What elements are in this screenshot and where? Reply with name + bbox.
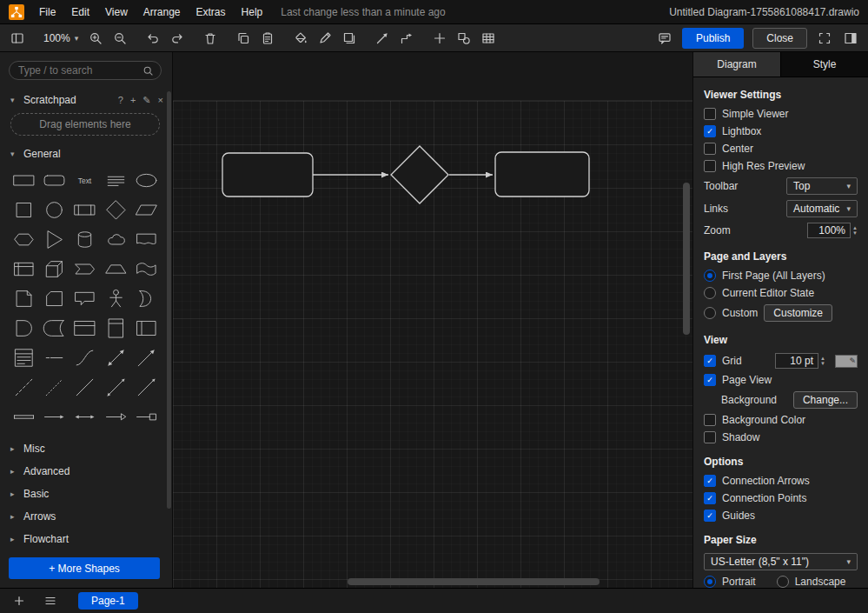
menu-file[interactable]: File bbox=[31, 3, 63, 21]
change-button[interactable]: Change... bbox=[793, 391, 858, 409]
insert-shape-icon[interactable] bbox=[455, 30, 473, 47]
shape-rectangle[interactable] bbox=[10, 167, 37, 194]
shape-and[interactable] bbox=[10, 315, 37, 342]
shape-labeled-edge[interactable] bbox=[133, 403, 160, 430]
shape-container[interactable] bbox=[71, 315, 98, 342]
shape-document[interactable] bbox=[133, 226, 160, 253]
tab-diagram[interactable]: Diagram bbox=[693, 52, 781, 77]
delete-icon[interactable] bbox=[202, 30, 219, 47]
zoom-dropdown[interactable]: 100%▾ bbox=[42, 30, 80, 46]
scratchpad-dropzone[interactable]: Drag elements here bbox=[10, 113, 160, 136]
comment-icon[interactable] bbox=[656, 30, 673, 47]
shape-horizontal-container[interactable] bbox=[133, 315, 160, 342]
shape-vertical-container[interactable] bbox=[103, 315, 129, 342]
view-panel-icon[interactable] bbox=[9, 30, 26, 47]
checkbox-guides[interactable] bbox=[704, 510, 716, 522]
menu-help[interactable]: Help bbox=[234, 3, 271, 21]
undo-icon[interactable] bbox=[144, 30, 162, 47]
line-color-icon[interactable] bbox=[316, 30, 334, 47]
shape-internal-storage[interactable] bbox=[10, 256, 37, 283]
add-page-icon[interactable] bbox=[10, 592, 28, 610]
grid-color-swatch[interactable]: ✎ bbox=[835, 355, 858, 368]
shape-arrow-edge[interactable] bbox=[103, 403, 129, 430]
vertical-scrollbar[interactable] bbox=[683, 183, 690, 335]
menu-extras[interactable]: Extras bbox=[189, 3, 234, 21]
shape-actor[interactable] bbox=[103, 285, 129, 312]
node-diamond-2[interactable] bbox=[391, 146, 448, 203]
shape-cloud[interactable] bbox=[103, 226, 129, 253]
publish-button[interactable]: Publish bbox=[682, 28, 744, 49]
shape-hexagon[interactable] bbox=[10, 226, 37, 253]
diagram-canvas[interactable] bbox=[173, 52, 692, 588]
shape-ellipse[interactable] bbox=[133, 167, 160, 194]
checkbox-grid[interactable] bbox=[704, 355, 716, 367]
shape-parallelogram[interactable] bbox=[133, 197, 160, 223]
paper-size-select[interactable]: US-Letter (8,5" x 11")▾ bbox=[704, 553, 858, 570]
toolbar-select[interactable]: Top▾ bbox=[786, 177, 858, 195]
section-basic[interactable]: ▸Basic bbox=[9, 483, 165, 505]
radio-current-editor-state[interactable] bbox=[704, 287, 716, 299]
shape-trapezoid[interactable] bbox=[103, 256, 129, 283]
checkbox-simple-viewer[interactable] bbox=[704, 108, 716, 120]
close-button[interactable]: Close bbox=[752, 28, 807, 49]
section-advanced[interactable]: ▸Advanced bbox=[9, 460, 165, 483]
shape-tape[interactable] bbox=[133, 256, 160, 283]
menu-edit[interactable]: Edit bbox=[63, 3, 97, 21]
drawio-logo-icon[interactable] bbox=[9, 4, 24, 20]
section-misc[interactable]: ▸Misc bbox=[9, 437, 165, 460]
sidebar-scrollbar[interactable] bbox=[167, 91, 171, 509]
node-rounded-rectangle-3[interactable] bbox=[495, 152, 589, 197]
more-shapes-button[interactable]: + More Shapes bbox=[9, 557, 160, 579]
shape-cube[interactable] bbox=[41, 256, 68, 283]
scratchpad-header[interactable]: ▾ Scratchpad ? + ✎ × bbox=[9, 89, 165, 111]
shape-callout[interactable] bbox=[71, 285, 98, 312]
fullscreen-icon[interactable] bbox=[816, 30, 833, 47]
checkbox-shadow[interactable] bbox=[704, 431, 716, 443]
shape-line[interactable] bbox=[71, 374, 98, 401]
shape-dotted-line[interactable] bbox=[41, 374, 68, 401]
shape-diamond[interactable] bbox=[103, 197, 129, 223]
shape-triangle[interactable] bbox=[41, 226, 68, 253]
stepper[interactable]: ▲▼ bbox=[852, 225, 858, 236]
edit-icon[interactable]: ✎ bbox=[142, 95, 150, 106]
radio-first-page-all-layers[interactable] bbox=[704, 270, 716, 282]
step-down-icon[interactable]: ▼ bbox=[852, 230, 858, 236]
insert-icon[interactable] bbox=[431, 30, 448, 47]
shape-process[interactable] bbox=[71, 197, 98, 223]
shape-data-storage[interactable] bbox=[41, 315, 68, 342]
checkbox-connection-arrows[interactable] bbox=[704, 475, 716, 487]
shape-step[interactable] bbox=[71, 256, 98, 283]
shape-square[interactable] bbox=[10, 197, 37, 223]
horizontal-scrollbar[interactable] bbox=[348, 578, 600, 585]
shape-cylinder[interactable] bbox=[71, 226, 98, 253]
shape-dashed-line[interactable] bbox=[10, 374, 37, 401]
shape-directional-connector[interactable] bbox=[133, 374, 160, 401]
radio-custom[interactable] bbox=[704, 307, 716, 319]
links-select[interactable]: Automatic▾ bbox=[786, 200, 858, 217]
shape-bidirectional-arrow[interactable] bbox=[103, 344, 129, 371]
node-rounded-rectangle-1[interactable] bbox=[222, 153, 313, 197]
radio-portrait[interactable] bbox=[704, 576, 716, 588]
stepper[interactable]: ▲▼ bbox=[820, 356, 825, 366]
connection-icon[interactable] bbox=[374, 30, 391, 47]
shape-list[interactable] bbox=[10, 344, 37, 371]
checkbox-page-view[interactable] bbox=[704, 374, 716, 386]
shape-circle[interactable] bbox=[41, 197, 68, 223]
page-tab[interactable]: Page-1 bbox=[78, 592, 138, 610]
checkbox-connection-points[interactable] bbox=[704, 492, 716, 504]
shape-curve[interactable] bbox=[71, 344, 98, 371]
fill-color-icon[interactable] bbox=[292, 30, 309, 47]
pages-menu-icon[interactable] bbox=[42, 592, 59, 610]
menu-view[interactable]: View bbox=[97, 3, 136, 21]
format-panel-toggle-icon[interactable] bbox=[842, 30, 859, 47]
checkbox-center[interactable] bbox=[704, 143, 716, 155]
radio-landscape[interactable] bbox=[777, 576, 789, 588]
search-input[interactable] bbox=[9, 61, 162, 80]
shape-text[interactable]: Text bbox=[71, 167, 98, 194]
shape-directional-edge[interactable] bbox=[41, 403, 68, 430]
checkbox-background-color[interactable] bbox=[704, 414, 716, 426]
shape-bidirectional-connector[interactable] bbox=[103, 374, 129, 401]
copy-icon[interactable] bbox=[235, 30, 252, 47]
tab-style[interactable]: Style bbox=[781, 52, 868, 77]
add-icon[interactable]: + bbox=[130, 95, 136, 106]
